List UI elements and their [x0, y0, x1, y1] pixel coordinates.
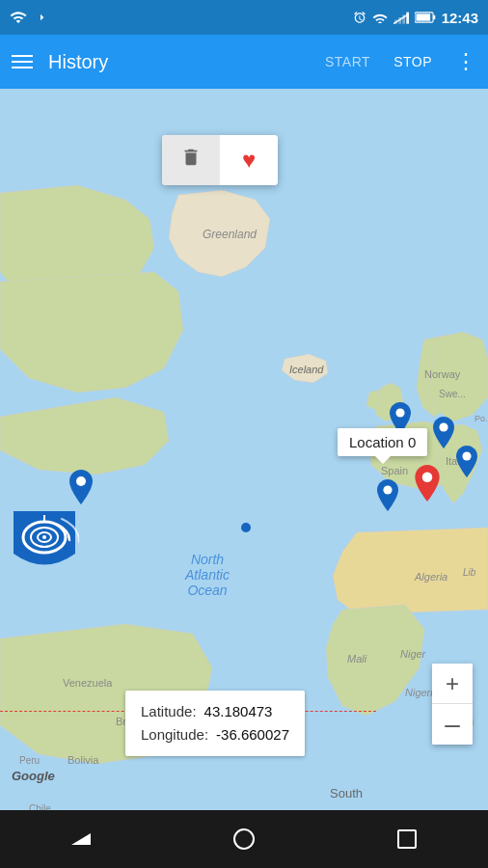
svg-rect-6 [433, 15, 435, 19]
coords-panel: Latitude: 43.180473 Longitude: -36.66002… [125, 691, 305, 756]
svg-text:Mali: Mali [347, 653, 367, 665]
svg-point-31 [42, 535, 46, 539]
ocean-dot [241, 523, 251, 532]
nav-bar [0, 810, 488, 868]
start-button[interactable]: START [325, 54, 370, 69]
map-pin-canada[interactable] [69, 470, 93, 508]
back-icon [71, 833, 91, 845]
home-button[interactable] [214, 819, 274, 859]
svg-text:Greenland: Greenland [203, 228, 257, 241]
svg-text:Niger: Niger [400, 648, 427, 660]
battery-icon [415, 11, 436, 24]
status-bar: 12:43 [0, 0, 488, 35]
svg-point-33 [76, 476, 86, 486]
map-container[interactable]: Algeria Lib Mali Niger Nigeria Greenland… [0, 89, 488, 810]
lat-value: 43.180473 [204, 700, 273, 723]
recents-icon [397, 829, 417, 849]
location-label-text: Location 0 [349, 434, 416, 450]
alarm-icon [353, 11, 366, 24]
zoom-out-button[interactable]: – [432, 704, 473, 745]
svg-point-37 [439, 422, 447, 431]
heart-icon: ♥ [242, 147, 256, 174]
zoom-controls: + – [432, 664, 473, 745]
svg-rect-7 [416, 14, 430, 20]
map-pin-location0[interactable] [415, 465, 440, 505]
lat-label: Latitude: [141, 700, 197, 723]
svg-text:Spain: Spain [381, 465, 408, 476]
location-label: Location 0 [338, 428, 427, 456]
wifi-status-icon [372, 12, 388, 23]
svg-text:Norway: Norway [424, 368, 461, 380]
svg-point-34 [395, 408, 404, 417]
longitude-row: Longitude: -36.660027 [141, 723, 289, 746]
svg-text:Iceland: Iceland [289, 364, 324, 375]
svg-point-38 [462, 451, 471, 460]
map-pin-italy[interactable] [456, 446, 477, 481]
time-display: 12:43 [442, 10, 478, 26]
back-button[interactable] [52, 824, 110, 854]
status-right: 12:43 [353, 10, 478, 26]
south-label: South [330, 786, 363, 800]
google-brand: Google [12, 769, 55, 783]
svg-text:Venezuela: Venezuela [63, 677, 113, 689]
bluetooth-icon [33, 10, 48, 25]
svg-text:Bolivia: Bolivia [68, 754, 99, 766]
recents-button[interactable] [378, 820, 436, 858]
signal-icon [393, 11, 409, 24]
svg-text:Chile: Chile [29, 803, 51, 810]
svg-text:Peru: Peru [19, 755, 40, 766]
map-pin-norway[interactable] [433, 417, 454, 452]
status-icons-left [10, 9, 48, 26]
top-bar: History START STOP ⋮ [0, 35, 488, 89]
popup-toolbar: ♥ [162, 135, 278, 185]
svg-point-36 [383, 485, 392, 494]
trash-icon [180, 147, 202, 174]
satellite-icon [10, 503, 79, 581]
latitude-row: Latitude: 43.180473 [141, 700, 289, 723]
stop-button[interactable]: STOP [393, 54, 432, 69]
lon-label: Longitude: [141, 723, 208, 746]
svg-text:Algeria: Algeria [414, 571, 447, 583]
app-title: History [48, 51, 310, 73]
favorite-button[interactable]: ♥ [220, 135, 278, 185]
wifi-icon [10, 9, 27, 26]
hamburger-menu[interactable] [12, 55, 33, 68]
more-options-icon[interactable]: ⋮ [455, 49, 476, 74]
svg-text:Po.: Po. [474, 414, 488, 423]
svg-point-35 [422, 472, 433, 482]
delete-button[interactable] [162, 135, 220, 185]
home-icon [233, 828, 255, 850]
lon-value: -36.660027 [216, 723, 289, 746]
zoom-in-button[interactable]: + [432, 664, 473, 704]
svg-text:Lib: Lib [463, 567, 476, 578]
map-pin-spain[interactable] [377, 479, 398, 515]
svg-text:Swe...: Swe... [439, 389, 466, 399]
